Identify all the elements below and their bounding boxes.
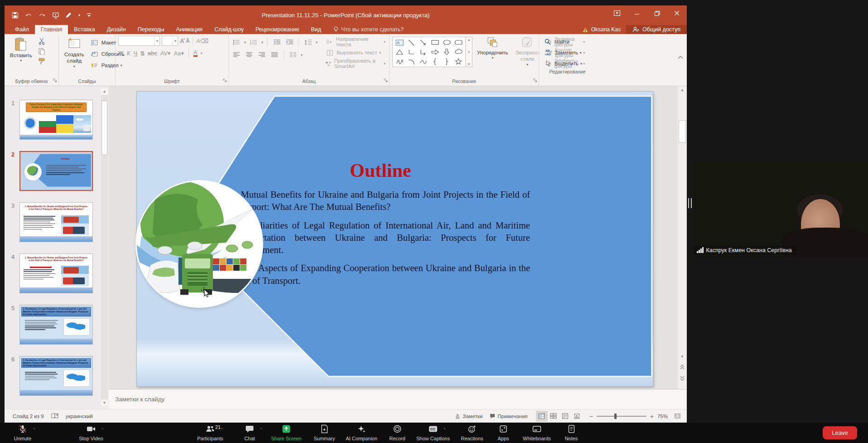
share-button[interactable]: Общий доступ	[626, 25, 687, 34]
shape-elbow-icon[interactable]	[405, 47, 417, 57]
slideshow-view-button[interactable]	[571, 411, 583, 422]
notes-toggle[interactable]: Заметки	[451, 409, 486, 423]
slide-thumbnail-2[interactable]: 2 Outline	[19, 151, 93, 191]
align-left-button[interactable]	[231, 51, 241, 59]
new-slide-button[interactable]: Создать слайд▾	[62, 36, 87, 70]
shape-freeform-icon[interactable]	[417, 57, 429, 66]
paste-button[interactable]: Вставить▾	[7, 36, 35, 64]
thumbnail-preview[interactable]: Future Prospects For Expanding Cooperati…	[19, 100, 93, 140]
find-button[interactable]: Найти	[542, 37, 593, 46]
tab-переходы[interactable]: Переходы	[132, 25, 170, 34]
shape-elbow-arrow-icon[interactable]	[417, 47, 429, 57]
align-text-button[interactable]: Выровнять текст▾	[324, 48, 386, 57]
scroll-down-button[interactable]: ▼	[678, 353, 687, 361]
show-captions-button[interactable]: CC⌃Show Captions	[411, 424, 455, 442]
apps-button[interactable]: Apps	[490, 424, 516, 442]
leave-button[interactable]: Leave	[823, 426, 857, 439]
text-direction-button[interactable]: AНаправление текста▾	[324, 37, 386, 46]
caret-icon[interactable]: ⌃	[220, 428, 223, 432]
participants-button[interactable]: 21⌃Participants	[189, 424, 231, 442]
chat-button[interactable]: ⌃Chat	[235, 424, 265, 442]
shape-scribble-icon[interactable]	[394, 57, 405, 66]
clipboard-dialog-launcher[interactable]	[53, 76, 57, 84]
numbering-button[interactable]: 123	[249, 38, 259, 47]
shape-right-arrow-icon[interactable]	[429, 47, 441, 57]
normal-view-button[interactable]	[536, 411, 548, 422]
copy-icon[interactable]	[37, 47, 47, 55]
align-right-button[interactable]	[257, 51, 267, 59]
grow-font-button[interactable]: А̂	[180, 38, 184, 44]
undo-icon[interactable]	[25, 12, 32, 19]
previous-slide-button[interactable]	[678, 365, 687, 373]
decrease-indent-button[interactable]	[272, 38, 282, 47]
font-name-combo[interactable]: ▾	[118, 36, 160, 46]
italic-button[interactable]: К	[127, 50, 130, 57]
increase-indent-button[interactable]	[285, 38, 294, 47]
slide-counter[interactable]: Слайд 2 из 9	[9, 409, 48, 423]
canvas-scroll-thumb[interactable]	[679, 120, 686, 143]
ribbon-display-options-button[interactable]	[607, 5, 627, 21]
language-indicator[interactable]: украинский	[62, 409, 96, 423]
font-dialog-launcher[interactable]	[223, 76, 227, 84]
slide-sorter-view-button[interactable]	[548, 411, 559, 422]
shrink-font-button[interactable]: А̌	[186, 38, 189, 44]
shapes-gallery-scrollbar[interactable]: ▲▾▼	[466, 37, 473, 67]
pen-mode-icon[interactable]	[66, 12, 72, 19]
shape-down-arrow-icon[interactable]	[441, 47, 453, 57]
thumbnail-preview[interactable]: Outline	[19, 151, 93, 191]
strikethrough-button[interactable]: abc	[148, 50, 157, 57]
reading-view-button[interactable]	[559, 411, 571, 422]
canvas-scrollbar[interactable]: ▲ ▼	[678, 86, 687, 389]
webcam-video[interactable]: Каспрук Екмен Оксана Сергіївна	[694, 160, 868, 258]
format-painter-icon[interactable]	[37, 57, 47, 65]
outline-item-3[interactable]: 3. Key Aspects of Expanding Cooperation …	[231, 262, 530, 287]
minimize-button[interactable]	[627, 5, 647, 21]
select-button[interactable]: Выделить▾	[542, 59, 593, 68]
font-color-button[interactable]: А	[193, 49, 198, 57]
line-spacing-button[interactable]	[303, 38, 313, 47]
zoom-out-button[interactable]: −	[589, 413, 593, 420]
zoom-slider[interactable]	[597, 416, 646, 417]
restore-button[interactable]	[647, 5, 667, 21]
bold-button[interactable]: Ж	[118, 50, 124, 57]
unmute-button[interactable]: ⌃Unmute	[6, 424, 39, 442]
slide-thumbnail-1[interactable]: 1Future Prospects For Expanding Cooperat…	[19, 100, 93, 140]
shape-left-brace-icon[interactable]	[429, 57, 441, 66]
slide-title[interactable]: Outline	[231, 160, 530, 181]
notes-button[interactable]: Notes	[558, 424, 584, 442]
scroll-up-button[interactable]: ▲	[678, 86, 687, 94]
paragraph-dialog-launcher[interactable]	[384, 76, 388, 84]
panel-resize-grip[interactable]	[688, 198, 692, 208]
outline-item-2[interactable]: 2. Peculiarities of Legal Regulation of …	[231, 219, 530, 257]
shape-rounded-rectangle-icon[interactable]	[453, 38, 464, 47]
thumbnail-preview[interactable]: 1. Mutual Benefits for Ukraine and Bulga…	[19, 253, 93, 293]
quick-styles-button[interactable]: Экспресс-стили▾	[512, 36, 542, 68]
thumbnail-preview[interactable]: 2. Peculiarities of Legal Regulation of …	[19, 356, 93, 396]
drawing-dialog-launcher[interactable]	[533, 76, 537, 84]
tab-главная[interactable]: Главная	[35, 25, 68, 34]
tell-me-box[interactable]: Что вы хотите сделать?	[327, 25, 404, 34]
whiteboards-button[interactable]: Whiteboards	[517, 424, 556, 442]
slide[interactable]: Outline 1. Mutual Benefits for Ukraine a…	[137, 92, 653, 386]
smartart-button[interactable]: Преобразовать в SmartArt▾	[324, 59, 386, 68]
tab-файл[interactable]: Файл	[9, 25, 35, 34]
start-slideshow-icon[interactable]	[52, 12, 59, 19]
clear-formatting-button[interactable]: А⌫	[196, 38, 208, 44]
outline-text-block[interactable]: Outline 1. Mutual Benefits for Ukraine a…	[231, 160, 530, 293]
thumbnail-preview[interactable]: 1. Mutual Benefits for Ukraine and Bulga…	[19, 202, 93, 242]
account-name[interactable]: Oksana Kas	[577, 25, 626, 34]
shape-cloud-callout-icon[interactable]	[453, 47, 464, 57]
shape-rectangle-icon[interactable]	[429, 38, 441, 47]
comments-toggle[interactable]: Примечания	[486, 409, 531, 423]
thumbnail-preview[interactable]: 2. Peculiarities of Legal Regulation of …	[19, 305, 93, 345]
change-case-button[interactable]: Aa▾	[174, 50, 184, 57]
slide-thumbnail-6[interactable]: 62. Peculiarities of Legal Regulation of…	[19, 356, 93, 396]
thumb-scroll-down[interactable]: ▼	[101, 399, 108, 406]
shape-text-box-icon[interactable]: A	[394, 38, 405, 47]
columns-button[interactable]	[288, 51, 298, 59]
pen-mode-caret[interactable]: ▾	[78, 13, 80, 17]
shape-line-icon[interactable]	[405, 38, 417, 47]
align-center-button[interactable]	[244, 51, 254, 59]
zoom-level[interactable]: 75%	[654, 409, 671, 423]
shape-oval-icon[interactable]	[441, 38, 453, 47]
